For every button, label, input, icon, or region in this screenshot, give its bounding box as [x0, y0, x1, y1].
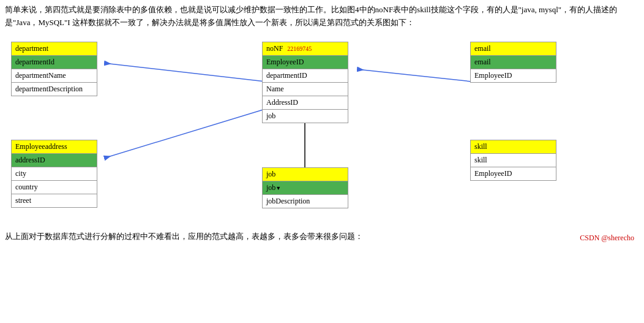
table-cell: email — [471, 55, 556, 69]
table-cell: EmployeeID — [471, 69, 556, 82]
table-nonf: noNF 22169745 EmployeeID departmentID Na… — [262, 42, 348, 123]
csdn-watermark: CSDN @sherecho — [580, 234, 634, 243]
svg-line-2 — [104, 63, 265, 82]
footer-paragraph: 从上面对于数据库范式进行分解的过程中不难看出，应用的范式越高，表越多，表多会带来… — [5, 230, 639, 243]
table-employeeaddress: Employeeaddress addressID city country s… — [11, 140, 97, 208]
table-cell: AddressID — [263, 96, 348, 109]
table-email: email email EmployeeID — [470, 42, 556, 83]
table-skill: skill skill EmployeeID — [470, 140, 556, 181]
table-cell: jobDescription — [263, 194, 348, 208]
table-department: department departmentId departmentName d… — [11, 42, 97, 96]
table-header: Employeeaddress — [12, 140, 97, 153]
svg-line-3 — [357, 69, 471, 82]
table-cell: Name — [263, 82, 348, 96]
table-cell: skill — [471, 153, 556, 167]
table-cell: country — [12, 180, 97, 194]
table-cell: street — [12, 194, 97, 207]
table-header: department — [12, 42, 97, 55]
table-cell: EmployeeID — [263, 55, 348, 69]
table-header: email — [471, 42, 556, 55]
table-cell: EmployeeID — [471, 167, 556, 180]
table-cell: departmentName — [12, 69, 97, 82]
table-header: skill — [471, 140, 556, 153]
table-cell: job — [263, 109, 348, 123]
table-cell: addressID — [12, 153, 97, 167]
table-header: noNF 22169745 — [263, 42, 348, 55]
intro-paragraph: 简单来说，第四范式就是要消除表中的多值依赖，也就是说可以减少维护数据一致性的工作… — [5, 4, 639, 29]
table-header: job — [263, 167, 348, 181]
table-cell: job▼ — [263, 181, 348, 194]
table-cell: city — [12, 167, 97, 180]
diagram-area: department departmentId departmentName d… — [5, 36, 639, 226]
svg-line-4 — [104, 109, 265, 158]
table-cell: departmentID — [263, 69, 348, 82]
footer-wrapper: 从上面对于数据库范式进行分解的过程中不难看出，应用的范式越高，表越多，表多会带来… — [5, 230, 639, 243]
table-job: job job▼ jobDescription — [262, 167, 348, 208]
table-cell: departmentDescription — [12, 82, 97, 96]
table-cell: departmentId — [12, 55, 97, 69]
page: 简单来说，第四范式就是要消除表中的多值依赖，也就是说可以减少维护数据一致性的工作… — [0, 0, 644, 246]
